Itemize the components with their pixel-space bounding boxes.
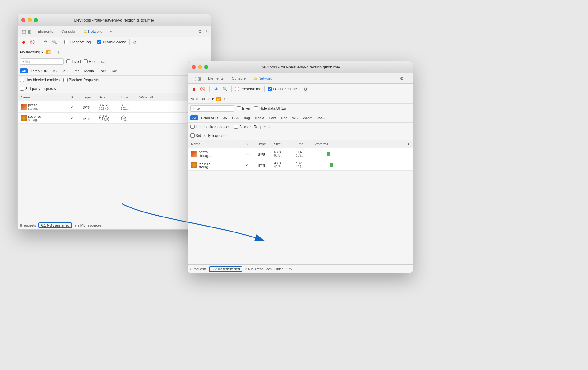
table-row-2-0[interactable]: pezza.... storag... 2... jpeg 63.8 ... 6…	[188, 148, 413, 159]
tab-elements-2[interactable]: Elements	[204, 74, 227, 82]
hide-data-checkbox-2[interactable]: Hide data URLs	[254, 106, 286, 111]
more-icon-1[interactable]: ⋮	[205, 29, 208, 34]
invert-input-1[interactable]	[66, 59, 70, 63]
table-row-1-0[interactable]: pezza.... storag... 2... jpeg 832 kB 832…	[18, 101, 211, 112]
minimize-button-2[interactable]	[198, 65, 202, 69]
network-settings-icon-1[interactable]: ⚙	[133, 40, 137, 45]
tag-css-2[interactable]: CSS	[230, 115, 241, 120]
close-button-2[interactable]	[192, 65, 196, 69]
td-name-1-1: soop.jpg storag...	[19, 114, 69, 122]
row-icon-2-1	[191, 162, 197, 168]
blocked-requests-2[interactable]: Blocked Requests	[234, 125, 270, 129]
tab-elements-1[interactable]: Elements	[34, 28, 57, 36]
preserve-log-checkbox-2[interactable]: Preserve log	[235, 87, 261, 91]
disable-cache-checkbox-2[interactable]: Disable cache	[268, 87, 297, 91]
inspector-icon[interactable]: ⬚	[22, 29, 26, 34]
invert-checkbox-2[interactable]: Invert	[237, 106, 251, 111]
tag-js-1[interactable]: JS	[51, 68, 58, 73]
tag-manifest-2[interactable]: Ma...	[316, 115, 327, 120]
th-status-1: S..	[69, 95, 81, 99]
th-name-1: Name	[19, 95, 69, 99]
tag-doc-2[interactable]: Doc	[279, 115, 289, 120]
tag-img-2[interactable]: Img	[242, 115, 252, 120]
tag-doc-1[interactable]: Doc	[109, 68, 119, 73]
table-row-1-1[interactable]: soop.jpg storag... 2... jpeg 2.3 MB 2.3 …	[18, 112, 211, 124]
record-button-2[interactable]: ⏺	[190, 86, 197, 92]
device-icon[interactable]: ▣	[27, 29, 31, 34]
hide-data-checkbox-1[interactable]: Hide da...	[84, 59, 105, 64]
blocked-cookies-1[interactable]: Has blocked cookies	[20, 78, 60, 82]
filter-input-2[interactable]	[190, 105, 234, 112]
more-icon-2[interactable]: ⋮	[406, 76, 410, 81]
toolbar-row-2: ⏺ 🚫 ⚗ 🔍 Preserve log Disable cache ⚙	[188, 84, 413, 94]
td-type-2-0: jpeg	[256, 152, 272, 156]
close-button-1[interactable]	[21, 18, 25, 22]
third-party-2[interactable]: 3rd-party requests	[190, 133, 226, 138]
throttle-select-2[interactable]: No throttling ▾	[190, 97, 214, 101]
tag-wasm-2[interactable]: Wasm	[301, 115, 314, 120]
third-party-1[interactable]: 3rd-party requests	[20, 87, 56, 91]
search-button-2[interactable]: 🔍	[221, 86, 228, 92]
invert-input-2[interactable]	[237, 106, 241, 110]
tag-css-1[interactable]: CSS	[60, 68, 71, 73]
tag-img-1[interactable]: Img	[72, 68, 81, 73]
tag-all-2[interactable]: All	[190, 115, 198, 120]
warning-icon-2: ⚠	[254, 76, 258, 81]
tag-font-2[interactable]: Font	[267, 115, 278, 120]
th-sort-2[interactable]: ▲	[405, 142, 411, 146]
tab-network-1[interactable]: ⚠Network	[79, 27, 105, 36]
blocked-cookies-2[interactable]: Has blocked cookies	[190, 125, 230, 129]
tag-media-1[interactable]: Media	[83, 68, 96, 73]
network-settings-icon-2[interactable]: ⚙	[303, 87, 307, 92]
minimize-button-1[interactable]	[28, 18, 32, 22]
filter-row-2: Invert Hide data URLs	[188, 104, 413, 113]
filter-input-1[interactable]	[20, 58, 64, 65]
tag-fetchxhr-2[interactable]: Fetch/XHR	[199, 115, 220, 120]
tab-more-1[interactable]: »	[106, 28, 116, 36]
settings-icon-2[interactable]: ⚙	[400, 76, 404, 81]
row-icon-2-0	[191, 151, 197, 157]
filter-button-1[interactable]: ⚗	[42, 39, 49, 46]
record-button-1[interactable]: ⏺	[20, 39, 27, 46]
disable-cache-input-2[interactable]	[268, 87, 272, 91]
hide-data-input-1[interactable]	[84, 59, 88, 63]
tag-ws-2[interactable]: WS	[290, 115, 300, 120]
transferred-stat-2: 633 kB transferred	[209, 266, 242, 272]
maximize-button-2[interactable]	[204, 65, 208, 69]
preserve-log-input-1[interactable]	[64, 40, 68, 44]
tag-js-2[interactable]: JS	[221, 115, 229, 120]
th-time-2: Time	[294, 142, 313, 146]
maximize-button-1[interactable]	[34, 18, 38, 22]
inspector-icon-2[interactable]: ⬚	[192, 76, 196, 81]
device-icon-2[interactable]: ▣	[198, 76, 202, 81]
tab-console-1[interactable]: Console	[58, 28, 79, 36]
tag-all-1[interactable]: All	[20, 68, 28, 73]
clear-button-2[interactable]: 🚫	[199, 86, 206, 92]
filter-row-1: Invert Hide da...	[18, 57, 211, 66]
status-bar-1: 8 requests 6.1 MB transferred 7.9 MB res…	[18, 221, 211, 229]
inspector-icons-1: ⬚ ▣	[20, 28, 33, 35]
settings-icon-1[interactable]: ⚙	[198, 29, 202, 34]
td-status-2-0: 2...	[244, 152, 256, 156]
tag-fetchxhr-1[interactable]: Fetch/XHR	[29, 68, 49, 73]
preserve-log-checkbox-1[interactable]: Preserve log	[64, 40, 91, 44]
table-row-2-1[interactable]: soop.jpg storag... 2... jpeg 40.8 ... 40…	[188, 159, 413, 171]
tag-media-2[interactable]: Media	[253, 115, 266, 120]
td-type-1-1: jpeg	[81, 116, 97, 120]
tab-network-2[interactable]: ⚠Network	[250, 74, 276, 83]
clear-button-1[interactable]: 🚫	[29, 39, 36, 46]
disable-cache-input-1[interactable]	[97, 40, 101, 44]
preserve-log-input-2[interactable]	[235, 87, 239, 91]
tag-font-1[interactable]: Font	[97, 68, 108, 73]
tab-console-2[interactable]: Console	[228, 74, 249, 82]
disable-cache-checkbox-1[interactable]: Disable cache	[97, 40, 126, 44]
throttle-chevron-1: ▾	[41, 50, 43, 54]
blocked-requests-1[interactable]: Blocked Requests	[63, 78, 99, 82]
td-type-2-1: jpeg	[256, 163, 272, 167]
filter-button-2[interactable]: ⚗	[213, 86, 220, 92]
hide-data-input-2[interactable]	[254, 106, 258, 110]
search-button-1[interactable]: 🔍	[51, 39, 58, 46]
invert-checkbox-1[interactable]: Invert	[66, 59, 81, 64]
throttle-select-1[interactable]: No throttling ▾	[20, 50, 43, 54]
tab-more-2[interactable]: »	[276, 74, 286, 82]
